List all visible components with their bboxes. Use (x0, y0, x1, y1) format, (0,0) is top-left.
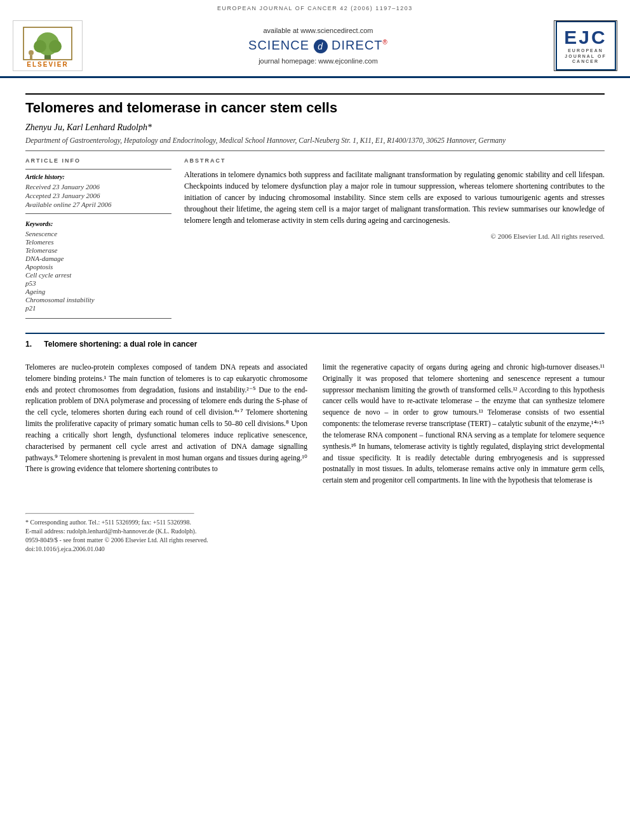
abstract-label: ABSTRACT (184, 157, 605, 164)
keyword-item: Cell cycle arrest (25, 271, 171, 279)
history-label: Article history: (25, 173, 171, 180)
copyright: © 2006 Elsevier Ltd. All rights reserved… (184, 232, 605, 240)
elsevier-tree-icon (22, 26, 73, 61)
body-left-col: Telomeres are nucleo-protein complexes c… (25, 362, 307, 554)
abstract-text: Alterations in telomere dynamics both su… (184, 169, 605, 226)
svg-point-3 (49, 40, 62, 53)
keywords-list: SenescenceTelomeresTelomeraseDNA-damageA… (25, 230, 171, 312)
info-divider1 (25, 169, 171, 170)
ejc-box: EJC EUROPEANJOURNAL OF CANCER (556, 21, 616, 70)
accepted-date: Accepted 23 January 2006 (25, 192, 171, 199)
header-logos: ELSEVIER available at www.sciencedirect.… (0, 14, 630, 78)
article-info-abstract: ARTICLE INFO Article history: Received 2… (25, 157, 605, 324)
body-two-col: Telomeres are nucleo-protein complexes c… (25, 362, 605, 554)
ejc-subtitle: EUROPEANJOURNAL OF CANCER (557, 48, 615, 64)
elsevier-logo: ELSEVIER (13, 20, 83, 71)
svg-point-5 (29, 50, 34, 55)
affiliation: Department of Gastroenterology, Hepatolo… (25, 137, 605, 144)
keyword-item: Telomerase (25, 246, 171, 254)
abstract-col: ABSTRACT Alterations in telomere dynamic… (184, 157, 605, 324)
available-text: available at www.sciencedirect.com (83, 27, 554, 34)
authors: Zhenyu Ju, Karl Lenhard Rudolph* (25, 123, 605, 133)
keyword-item: Senescence (25, 230, 171, 237)
info-divider3 (25, 318, 171, 319)
body-right-col: limit the regenerative capacity of organ… (323, 362, 605, 554)
footnote-divider (25, 513, 194, 514)
article-content: Telomeres and telomerase in cancer stem … (0, 78, 630, 566)
ejc-logo: EJC EUROPEANJOURNAL OF CANCER (554, 20, 617, 71)
journal-meta-top: EUROPEAN JOURNAL OF CANCER 42 (2006) 119… (0, 0, 630, 14)
d-circle-icon: d (314, 39, 328, 53)
elsevier-label: ELSEVIER (27, 61, 68, 68)
footnote-license: 0959-8049/$ - see front matter © 2006 El… (25, 536, 307, 545)
ejc-text: EJC (564, 27, 607, 48)
available-online-date: Available online 27 April 2006 (25, 201, 171, 208)
svg-point-2 (34, 40, 46, 53)
article-info-col: ARTICLE INFO Article history: Received 2… (25, 157, 171, 324)
info-divider2 (25, 213, 171, 214)
footnotes-area: * Corresponding author. Tel.: +511 53269… (25, 513, 307, 554)
center-logos: available at www.sciencedirect.com SCIEN… (83, 27, 554, 65)
article-info-label: ARTICLE INFO (25, 157, 171, 164)
keyword-item: Ageing (25, 288, 171, 295)
page-wrapper: EUROPEAN JOURNAL OF CANCER 42 (2006) 119… (0, 0, 630, 840)
body-left-text: Telomeres are nucleo-protein complexes c… (25, 362, 307, 475)
keyword-item: Chromosomal instability (25, 296, 171, 303)
keyword-item: p53 (25, 279, 171, 287)
section1-title: Telomere shortening: a dual role in canc… (44, 340, 197, 349)
title-divider (25, 93, 605, 95)
journal-title-line: EUROPEAN JOURNAL OF CANCER 42 (2006) 119… (217, 5, 413, 11)
footnote-email: E-mail address: rudolph.lenhard@mh-hanno… (25, 527, 307, 536)
body-right-text: limit the regenerative capacity of organ… (323, 362, 605, 486)
article-title: Telomeres and telomerase in cancer stem … (25, 100, 605, 116)
affiliation-divider (25, 150, 605, 151)
footnote-corresponding: * Corresponding author. Tel.: +511 53269… (25, 518, 307, 527)
received-date: Received 23 January 2006 (25, 183, 171, 190)
journal-homepage: journal homepage: www.ejconline.com (83, 57, 554, 65)
keyword-item: DNA-damage (25, 255, 171, 262)
keyword-item: p21 (25, 304, 171, 312)
sciencedirect-logo: SCIENCE d DIRECT® (83, 38, 554, 53)
section1-number: 1. (25, 340, 32, 349)
section1-heading-container: 1. Telomere shortening: a dual role in c… (25, 333, 605, 349)
keyword-item: Apoptosis (25, 263, 171, 270)
svg-rect-6 (30, 55, 32, 59)
footnote-doi: doi:10.1016/j.ejca.2006.01.040 (25, 545, 307, 554)
keywords-label: Keywords: (25, 220, 171, 227)
keyword-item: Telomeres (25, 238, 171, 246)
